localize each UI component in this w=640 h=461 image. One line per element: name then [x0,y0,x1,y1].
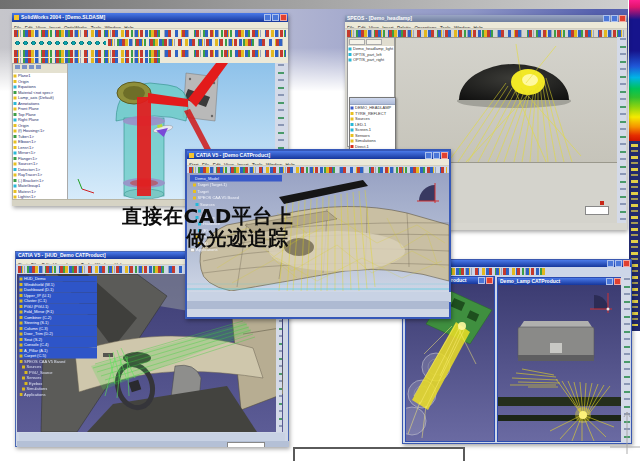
palette-item-label: Screen.1 [355,128,371,133]
panel-tabs[interactable] [348,38,394,46]
tree-item-label: Equations [18,85,36,90]
tree-item-icon [22,365,25,368]
minimize-button[interactable] [425,152,432,159]
speos-titlebar[interactable]: SPEOS - [Demo_headlamp] [345,15,627,22]
close-button[interactable] [619,15,626,22]
tree-item-label: SPEOS CAA V5 Based [24,359,65,364]
menu-item[interactable]: Edit [213,162,221,166]
tree-item-label: Target [198,189,209,194]
tree-item-icon [14,184,17,187]
tree-item-icon [14,162,17,165]
menu-item[interactable]: Edit [42,262,50,265]
tree-item-label: Steering (S.1) [24,321,49,326]
minimize-button[interactable] [478,277,485,284]
menu-item[interactable]: View [36,25,46,29]
tree-item[interactable]: OPTIS_part_right [348,57,394,63]
menu-item[interactable]: Tools [91,25,102,29]
standard-toolbar[interactable] [14,30,286,37]
catia-center-statusbar: Select an object or a command [187,301,449,309]
palette-item-label: Simulations [355,139,376,144]
tree-item-icon [14,173,17,176]
menu-item[interactable]: Window [105,25,121,29]
palette-item-icon [351,139,354,142]
optisworks-toolbar[interactable] [12,38,288,47]
tree-item-label: OPTIS_part_right [353,58,384,63]
menu-item[interactable]: Help [285,162,294,166]
palette-item-label: DEMO_HEADLAMP [355,106,391,111]
maximize-button[interactable] [615,260,622,267]
palette-item[interactable]: DEMO_HEADLAMP [350,105,395,111]
solidworks-titlebar[interactable]: SolidWorks 2004 - [Demo.SLDASM] [12,13,288,22]
close-button[interactable] [614,278,621,285]
tree-item-label: Mirror<1> [18,151,35,156]
toolbar-icons[interactable] [108,39,284,46]
minimize-button[interactable] [603,15,610,22]
menu-item[interactable]: View [369,25,379,29]
tree-item-icon [14,107,17,110]
menu-item[interactable]: Start [18,262,28,265]
close-button[interactable] [280,14,287,21]
menu-item[interactable]: Insert [237,162,248,166]
tree-item-label: Eyebox [29,381,42,386]
menu-item[interactable]: Insert [382,25,393,29]
maximize-button[interactable] [272,14,279,21]
menu-item[interactable]: Tools [81,262,92,265]
menu-item[interactable]: Operations [414,25,436,29]
menu-item[interactable]: Insert [49,25,60,29]
minimize-button[interactable] [607,260,614,267]
menu-item[interactable]: Palette [397,25,411,29]
menu-item[interactable]: Edit [358,25,366,29]
menu-item[interactable]: Tools [440,25,451,29]
tree-item[interactable]: Demo_headlamp_light [348,46,394,52]
tree-item-icon [193,190,196,193]
close-button[interactable] [623,260,630,267]
palette-item-label: LED.1 [355,122,366,127]
view-toolbar-row[interactable] [14,50,286,57]
catia-center-menubar: StartFileEditViewInsertToolsWindowHelp [187,159,449,166]
minimize-button[interactable] [264,14,271,21]
speos-viewport[interactable] [395,37,619,163]
feature-tree-panel[interactable]: Plane1 Origin Equations Material <not sp… [12,63,68,201]
caption-line2: 做光迹追踪 [186,227,289,249]
menu-item[interactable]: Window [454,25,470,29]
menu-item[interactable]: File [202,162,209,166]
menu-item[interactable]: Help [124,25,133,29]
menu-item[interactable]: Help [474,25,483,29]
menu-item[interactable]: Start [189,162,199,166]
menu-item[interactable]: Help [114,262,123,265]
tree-item-icon [20,310,23,313]
menu-item[interactable]: Tools [252,162,263,166]
menu-item[interactable]: View [53,262,63,265]
tree-item-icon [22,376,25,379]
menu-item[interactable]: Edit [25,25,33,29]
tree-item[interactable]: Applications [19,392,97,398]
menu-item[interactable]: View [224,162,234,166]
menu-item[interactable]: File [347,25,354,29]
menu-item[interactable]: Window [95,262,111,265]
optics-tools-icons[interactable] [14,39,106,47]
palette-item-icon [351,145,354,148]
tree-item-label: Top Plane [18,112,36,117]
menu-item[interactable]: Window [266,162,282,166]
speos-toolbar[interactable] [347,30,625,37]
close-button[interactable] [441,152,448,159]
maximize-button[interactable] [433,152,440,159]
tree-item-icon [20,327,23,330]
marker-icon [600,201,604,205]
value-input[interactable] [585,206,609,215]
maximize-button[interactable] [611,15,618,22]
coordinate-box[interactable] [227,442,265,447]
speos-side-tools[interactable] [617,37,626,223]
menu-item[interactable]: Insert [66,262,77,265]
tree-item-icon [25,382,28,385]
feature-tree-tabs[interactable] [13,64,67,73]
catia-center-titlebar[interactable]: CATIA V5 - [Demo CATProduct] [187,151,449,159]
catia-hud-tree[interactable]: HUD_Demo Windshield (W.1) Dashboard (D.1… [19,276,97,426]
lamp-child-titlebar[interactable]: Demo_Lamp CATProduct [498,278,622,285]
minimize-button[interactable] [606,278,613,285]
menu-item[interactable]: File [14,25,21,29]
menu-item[interactable]: File [31,262,38,265]
palette-item-icon [351,134,354,137]
close-button[interactable] [486,277,493,284]
menu-item[interactable]: OptisWorks [64,25,87,29]
